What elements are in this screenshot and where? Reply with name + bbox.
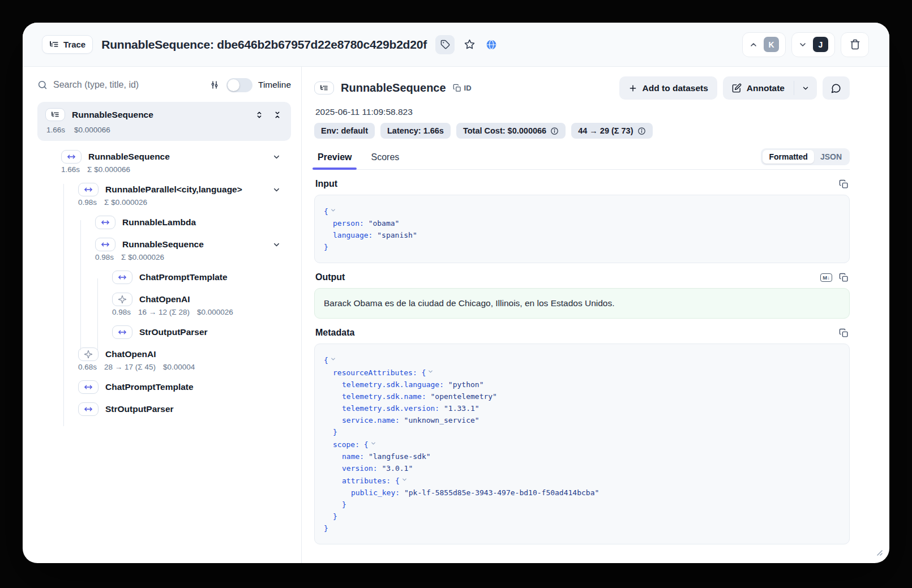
chevron-up-icon	[749, 40, 758, 49]
tree-node-duration: 0.98s	[112, 308, 131, 316]
input-section-title: Input	[315, 179, 337, 189]
info-icon[interactable]	[550, 127, 559, 135]
format-toggle: Formatted JSON	[761, 148, 850, 165]
info-icon[interactable]	[637, 127, 646, 135]
annotate-button[interactable]: Annotate	[723, 76, 794, 100]
next-trace-button[interactable]: J	[791, 32, 835, 57]
trace-root-duration: 1.66s	[46, 126, 65, 134]
format-toggle-formatted[interactable]: Formatted	[763, 150, 813, 164]
metric-badge: Latency: 1.66s	[380, 123, 451, 139]
format-toggle-json[interactable]: JSON	[814, 150, 848, 164]
tree-node[interactable]: RunnableSequence 1.66s Σ $0.000066	[34, 149, 293, 174]
span-type-badge	[314, 81, 334, 95]
id-label: ID	[464, 84, 472, 92]
span-icon	[61, 150, 82, 164]
collapse-node-chevron[interactable]	[370, 438, 376, 450]
tree-node-name: StrOutputParser	[139, 327, 208, 337]
generation-icon	[78, 347, 99, 361]
chevron-down-icon[interactable]	[272, 186, 281, 194]
plus-icon	[628, 84, 637, 93]
input-json-viewer: {person: "obama"language: "spanish"}	[314, 195, 850, 263]
collapse-node-chevron[interactable]	[330, 354, 336, 366]
trace-type-badge: Trace	[42, 35, 93, 54]
tag-button[interactable]	[435, 35, 455, 54]
expand-all-button[interactable]	[254, 109, 265, 121]
tree-node[interactable]: ChatOpenAI 0.68s 28 → 17 (Σ 45) $0.00004	[34, 346, 293, 371]
tree-node-name: ChatOpenAI	[139, 294, 190, 304]
metadata-section-title: Metadata	[315, 328, 354, 338]
copy-input-button[interactable]	[839, 179, 849, 189]
span-icon	[95, 216, 115, 229]
bookmark-star-button[interactable]	[463, 38, 476, 51]
resize-handle[interactable]	[875, 548, 883, 558]
collapse-node-chevron[interactable]	[427, 366, 434, 378]
copy-icon	[453, 84, 461, 92]
tree-node[interactable]: RunnableSequence 0.98s Σ $0.000026	[34, 237, 293, 261]
tree-node-name: RunnableSequence	[88, 152, 170, 162]
trace-root-badge	[45, 108, 65, 121]
tab-preview[interactable]: Preview	[316, 149, 353, 169]
tree-node[interactable]: ChatPromptTemplate	[34, 379, 293, 395]
delete-trace-button[interactable]	[841, 32, 869, 57]
globe-icon	[486, 39, 497, 50]
collapse-node-chevron[interactable]	[401, 474, 408, 486]
tree-node-total-cost: Σ $0.000066	[87, 165, 130, 174]
tag-icon	[440, 40, 450, 49]
observation-title: RunnableSequence	[341, 81, 446, 95]
tree-node[interactable]: RunnableLambda	[34, 214, 293, 230]
trace-timestamp: 2025-06-11 11:09:58.823	[315, 107, 850, 117]
generation-icon	[112, 293, 132, 306]
chevron-down-icon[interactable]	[272, 153, 281, 161]
span-tree: RunnableSequence 1.66s Σ $0.000066 Runna…	[34, 149, 293, 417]
trace-root-item[interactable]: RunnableSequence 1.66s $0.000066	[37, 102, 291, 141]
view-settings-button[interactable]	[208, 79, 221, 91]
indent-guide	[80, 220, 81, 350]
markdown-toggle-icon[interactable]: M↓	[820, 273, 832, 282]
span-icon	[78, 183, 99, 196]
trace-detail-panel: RunnableSequence ID Add to datasets	[302, 67, 889, 563]
collapse-all-button[interactable]	[272, 109, 283, 121]
trash-icon	[850, 39, 860, 50]
timeline-toggle[interactable]	[226, 78, 252, 92]
search-input[interactable]	[53, 80, 203, 90]
tree-node[interactable]: ChatPromptTemplate	[34, 269, 293, 285]
metric-badge: Total Cost: $0.000066	[456, 123, 566, 139]
indent-guide	[97, 278, 98, 350]
tree-node[interactable]: StrOutputParser	[34, 401, 293, 417]
prev-trace-button[interactable]: K	[742, 32, 786, 57]
tab-scores[interactable]: Scores	[370, 149, 400, 169]
tree-node-name: RunnableSequence	[122, 239, 204, 250]
copy-id-button[interactable]: ID	[453, 84, 472, 92]
trace-root-name: RunnableSequence	[72, 110, 153, 120]
public-share-button[interactable]	[485, 38, 498, 51]
metric-badge-label: Latency: 1.66s	[387, 126, 444, 135]
span-icon	[112, 325, 132, 339]
tree-node-total-cost: Σ $0.000026	[104, 198, 147, 207]
span-icon	[112, 271, 132, 284]
tree-node[interactable]: StrOutputParser	[34, 324, 293, 340]
list-tree-icon	[49, 40, 59, 49]
metric-badge-label: 44 → 29 (Σ 73)	[578, 126, 633, 135]
edit-icon	[732, 83, 742, 93]
tree-node-duration: 1.66s	[61, 165, 80, 174]
tree-node-metrics: 0.68s 28 → 17 (Σ 45) $0.00004	[78, 363, 293, 371]
trace-title: RunnableSequence: dbe646b2b67957d22e8780…	[101, 38, 427, 51]
collapse-node-chevron[interactable]	[330, 205, 336, 217]
tree-node[interactable]: ChatOpenAI 0.98s 16 → 12 (Σ 28) $0.00002…	[34, 291, 293, 316]
chevron-down-icon[interactable]	[272, 241, 281, 249]
shortcut-key-k: K	[764, 37, 779, 52]
tree-node-name: StrOutputParser	[105, 404, 174, 414]
tree-node-name: ChatOpenAI	[105, 349, 156, 359]
window-header: Trace RunnableSequence: dbe646b2b67957d2…	[23, 23, 889, 67]
chevron-down-icon	[798, 40, 807, 49]
metric-badge-label: Env: default	[321, 126, 368, 135]
copy-output-button[interactable]	[839, 273, 849, 282]
detail-tabs-row: Preview Scores Formatted JSON	[314, 148, 850, 170]
comments-button[interactable]	[823, 76, 850, 100]
copy-metadata-button[interactable]	[839, 328, 849, 338]
annotate-menu-caret[interactable]	[794, 76, 817, 100]
tree-node-duration: 0.68s	[78, 363, 97, 371]
tree-node[interactable]: RunnableParallel<city,language> 0.98s Σ …	[34, 182, 293, 207]
comment-bubble-icon	[831, 83, 841, 93]
add-to-datasets-button[interactable]: Add to datasets	[619, 76, 717, 100]
